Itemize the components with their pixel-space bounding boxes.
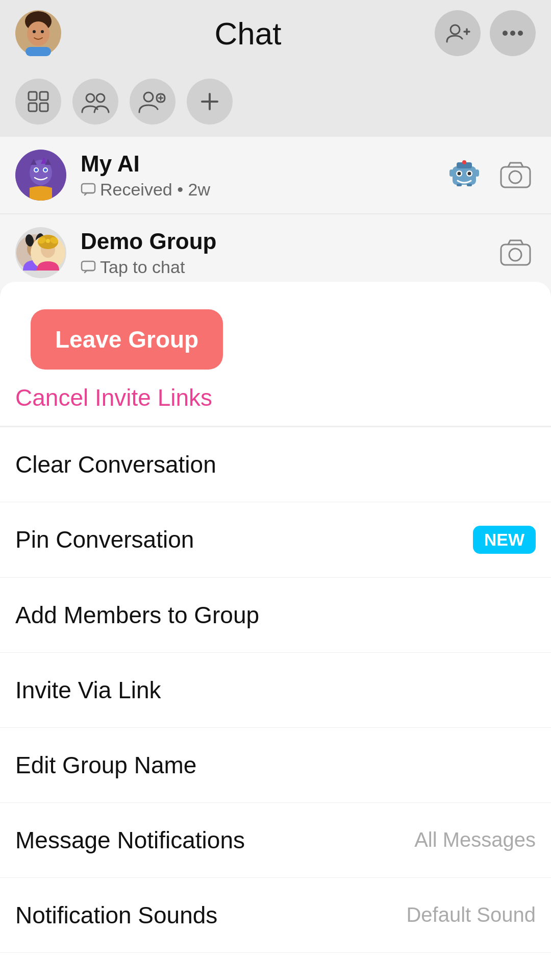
svg-rect-34 — [449, 169, 454, 177]
add-friend-icon — [445, 20, 470, 46]
message-sub-icon — [81, 259, 96, 275]
stories-button[interactable] — [15, 79, 61, 125]
my-ai-camera-button[interactable] — [495, 155, 536, 195]
svg-rect-42 — [457, 184, 462, 186]
message-icon — [81, 182, 96, 197]
svg-point-4 — [41, 30, 44, 33]
my-ai-actions — [444, 155, 536, 195]
svg-rect-12 — [29, 92, 37, 100]
demo-group-actions — [495, 232, 536, 273]
menu-items-list: Clear Conversation Pin Conversation NEW … — [0, 427, 551, 981]
svg-point-11 — [518, 31, 523, 36]
cancel-invite-links-button[interactable]: Cancel Invite Links — [0, 370, 551, 426]
context-menu-sheet: Leave Group Cancel Invite Links Clear Co… — [0, 282, 551, 980]
svg-point-27 — [35, 168, 38, 172]
page-title: Chat — [61, 15, 435, 52]
demo-group-sub: Tap to chat — [81, 257, 495, 277]
chat-item-my-ai[interactable]: My AI Received • 2w — [0, 137, 551, 213]
svg-rect-57 — [82, 261, 95, 271]
my-ai-avatar — [15, 150, 66, 201]
stories-icon — [26, 89, 51, 114]
pin-conversation-item[interactable]: Pin Conversation NEW — [0, 502, 551, 578]
svg-point-18 — [144, 92, 153, 102]
quick-actions-bar — [0, 66, 551, 137]
edit-group-name-item[interactable]: Edit Group Name — [0, 728, 551, 803]
demo-group-camera-button[interactable] — [495, 232, 536, 273]
invite-via-link-item[interactable]: Invite Via Link — [0, 653, 551, 728]
svg-point-9 — [503, 31, 508, 36]
demo-group-avatar — [15, 227, 66, 278]
robot-sticker-icon — [446, 157, 482, 193]
clear-conversation-item[interactable]: Clear Conversation — [0, 427, 551, 502]
more-options-icon — [500, 20, 525, 46]
new-badge: NEW — [473, 526, 536, 554]
groups-button[interactable] — [72, 79, 118, 125]
my-ai-name: My AI — [81, 151, 444, 177]
new-chat-icon — [197, 89, 222, 114]
svg-point-28 — [44, 168, 47, 172]
svg-rect-45 — [501, 167, 530, 187]
demo-group-info: Demo Group Tap to chat — [81, 229, 495, 277]
header: Chat — [0, 0, 551, 66]
svg-point-17 — [96, 94, 105, 102]
add-friend-button[interactable] — [435, 10, 481, 56]
svg-point-56 — [46, 239, 50, 243]
pin-shortcut-item[interactable]: Pin Shortcut to Home Screen — [0, 953, 551, 981]
svg-rect-14 — [29, 103, 37, 111]
group-camera-icon — [499, 236, 532, 270]
svg-rect-13 — [40, 92, 48, 100]
svg-rect-15 — [40, 103, 48, 111]
new-chat-button[interactable] — [187, 79, 233, 125]
svg-point-16 — [86, 94, 94, 102]
avatar-button[interactable] — [15, 10, 61, 56]
more-options-button[interactable] — [490, 10, 536, 56]
svg-point-2 — [27, 21, 49, 46]
svg-rect-5 — [26, 47, 51, 56]
demo-group-name: Demo Group — [81, 229, 495, 254]
friend-requests-button[interactable] — [130, 79, 176, 125]
camera-icon — [499, 159, 532, 192]
svg-point-10 — [510, 31, 515, 36]
svg-point-3 — [33, 30, 36, 33]
add-members-item[interactable]: Add Members to Group — [0, 578, 551, 653]
svg-point-6 — [450, 25, 460, 34]
svg-point-40 — [458, 172, 461, 176]
ai-sticker-button[interactable] — [444, 155, 485, 195]
my-ai-sub: Received • 2w — [81, 180, 444, 200]
avatar-icon — [15, 10, 61, 56]
svg-point-44 — [462, 160, 466, 164]
message-notifications-item[interactable]: Message Notifications All Messages — [0, 803, 551, 878]
svg-point-41 — [468, 172, 471, 176]
leave-group-section: Leave Group — [0, 282, 551, 370]
chat-item-demo-group[interactable]: Demo Group Tap to chat — [0, 214, 551, 291]
chat-list: My AI Received • 2w — [0, 137, 551, 291]
svg-rect-32 — [82, 184, 95, 193]
groups-icon — [81, 89, 110, 114]
svg-point-46 — [509, 171, 521, 183]
svg-rect-35 — [475, 169, 479, 177]
leave-group-button[interactable]: Leave Group — [31, 309, 223, 370]
my-ai-info: My AI Received • 2w — [81, 151, 444, 200]
svg-rect-58 — [501, 244, 530, 265]
friend-requests-icon — [138, 89, 167, 114]
svg-rect-43 — [467, 184, 472, 186]
svg-point-59 — [509, 249, 521, 261]
header-actions — [435, 10, 536, 56]
notification-sounds-item[interactable]: Notification Sounds Default Sound — [0, 878, 551, 953]
